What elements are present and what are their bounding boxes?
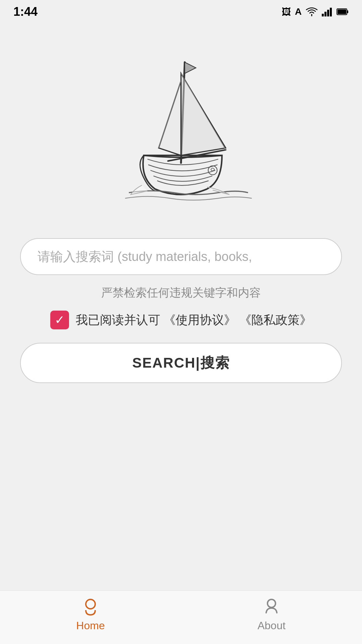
image-icon: 🖼 [282,6,291,17]
wifi-icon [306,7,318,16]
svg-rect-2 [327,10,329,16]
nav-label-home: Home [76,620,105,632]
home-icon [80,596,101,616]
agreement-checkbox[interactable]: ✓ [50,311,69,329]
svg-rect-3 [330,8,332,16]
translate-icon: A [295,6,302,17]
agreement-text: 我已阅读并认可 《使用协议》 《隐私政策》 [76,312,312,328]
warning-text: 严禁检索任何违规关键字和内容 [101,285,261,301]
svg-rect-1 [324,12,326,16]
search-input-container [20,238,342,275]
bottom-nav: Home About [0,590,362,644]
svg-rect-5 [338,9,346,14]
battery-icon [337,8,349,16]
svg-rect-6 [347,10,348,13]
terms-link[interactable]: 《使用协议》 [164,313,236,327]
search-button[interactable]: SEARCH|搜索 [20,343,342,383]
status-icons: 🖼 A [282,6,349,17]
nav-item-about[interactable]: About [245,596,298,632]
privacy-link[interactable]: 《隐私政策》 [239,313,312,327]
svg-point-12 [86,599,95,609]
svg-point-13 [267,599,276,607]
agreement-row: ✓ 我已阅读并认可 《使用协议》 《隐私政策》 [50,311,312,329]
nav-item-home[interactable]: Home [64,596,117,632]
main-content: 严禁检索任何违规关键字和内容 ✓ 我已阅读并认可 《使用协议》 《隐私政策》 S… [0,23,362,590]
boat-illustration [101,44,261,211]
about-icon [261,596,282,616]
checkmark-icon: ✓ [55,314,65,326]
svg-point-9 [208,166,217,175]
signal-icon [322,7,333,16]
status-bar: 1:44 🖼 A [0,0,362,23]
status-time: 1:44 [13,5,38,19]
nav-label-about: About [257,620,286,632]
svg-rect-0 [322,14,324,16]
search-input[interactable] [20,238,342,275]
